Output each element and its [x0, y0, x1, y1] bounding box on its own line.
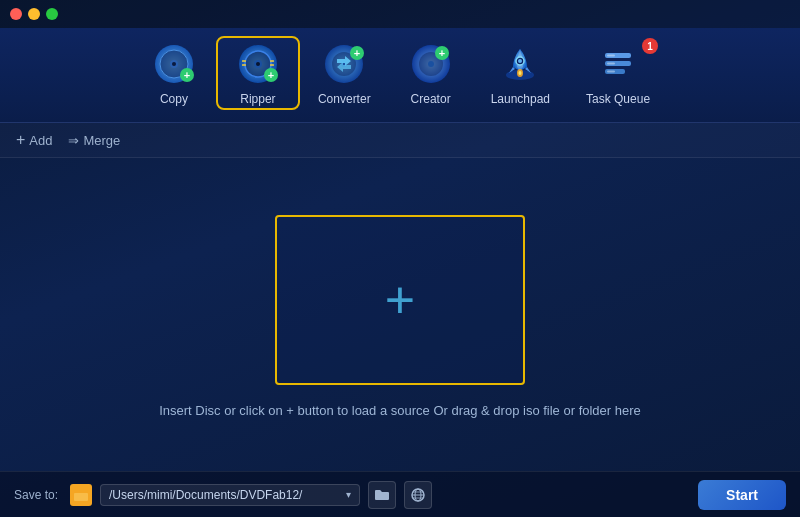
drop-hint: Insert Disc or click on + button to load… [159, 403, 641, 418]
add-label: Add [29, 133, 52, 148]
svg-text:+: + [184, 69, 190, 81]
converter-icon-wrapper: + [320, 40, 368, 88]
save-to-label: Save to: [14, 488, 58, 502]
svg-rect-36 [607, 71, 615, 73]
svg-text:+: + [438, 47, 444, 59]
path-text: /Users/mimi/Documents/DVDFab12/ [109, 488, 302, 502]
browse-folder-icon [374, 488, 390, 502]
converter-label: Converter [318, 92, 371, 106]
svg-point-9 [256, 62, 260, 66]
maximize-button[interactable] [46, 8, 58, 20]
nav-item-launchpad[interactable]: Launchpad [473, 36, 568, 110]
svg-rect-13 [270, 64, 274, 66]
svg-point-28 [518, 59, 522, 63]
taskqueue-badge: 1 [642, 38, 658, 54]
ripper-icon-wrapper: + [234, 40, 282, 88]
svg-rect-11 [242, 64, 246, 66]
creator-icon-wrapper: + [407, 40, 455, 88]
main-content: + Insert Disc or click on + button to lo… [0, 158, 800, 475]
bottom-bar: Save to: /Users/mimi/Documents/DVDFab12/… [0, 471, 800, 517]
svg-rect-35 [607, 63, 615, 65]
nav-item-converter[interactable]: + Converter [300, 36, 389, 110]
svg-point-30 [519, 71, 522, 75]
chevron-down-icon: ▾ [346, 489, 351, 500]
merge-icon: ⇒ [68, 133, 79, 148]
creator-icon: + [410, 43, 452, 85]
taskqueue-icon [597, 43, 639, 85]
browse-folder-button[interactable] [368, 481, 396, 509]
nav-item-copy[interactable]: + Copy [132, 36, 216, 110]
copy-icon: + [153, 43, 195, 85]
launchpad-label: Launchpad [491, 92, 550, 106]
start-button[interactable]: Start [698, 480, 786, 510]
title-bar [0, 0, 800, 28]
nav-item-creator[interactable]: + Creator [389, 36, 473, 110]
copy-icon-wrapper: + [150, 40, 198, 88]
merge-label: Merge [83, 133, 120, 148]
folder-icon [70, 484, 92, 506]
creator-label: Creator [411, 92, 451, 106]
folder-svg [73, 488, 89, 502]
taskqueue-icon-wrapper [594, 40, 642, 88]
svg-text:+: + [354, 47, 360, 59]
drop-zone[interactable]: + [275, 215, 525, 385]
add-button[interactable]: + Add [16, 131, 52, 149]
nav-item-ripper[interactable]: + Ripper [216, 36, 300, 110]
minimize-button[interactable] [28, 8, 40, 20]
globe-button[interactable] [404, 481, 432, 509]
svg-rect-37 [74, 493, 88, 501]
converter-icon: + [323, 43, 365, 85]
action-toolbar: + Add ⇒ Merge [0, 123, 800, 158]
drop-zone-plus-icon: + [385, 274, 415, 326]
path-field[interactable]: /Users/mimi/Documents/DVDFab12/ ▾ [100, 484, 360, 506]
launchpad-icon [499, 43, 541, 85]
traffic-lights [10, 8, 58, 20]
nav-toolbar: + Copy [0, 28, 800, 123]
ripper-icon: + [237, 43, 279, 85]
svg-point-23 [428, 61, 434, 67]
svg-rect-10 [242, 60, 246, 62]
taskqueue-label: Task Queue [586, 92, 650, 106]
merge-button[interactable]: ⇒ Merge [68, 133, 120, 148]
svg-rect-34 [607, 55, 615, 57]
svg-rect-12 [270, 60, 274, 62]
globe-icon [410, 487, 426, 503]
copy-label: Copy [160, 92, 188, 106]
add-icon: + [16, 131, 25, 149]
close-button[interactable] [10, 8, 22, 20]
svg-point-3 [172, 62, 176, 66]
ripper-label: Ripper [240, 92, 275, 106]
svg-text:+: + [268, 69, 274, 81]
nav-item-taskqueue[interactable]: 1 Task Queue [568, 36, 668, 110]
launchpad-icon-wrapper [496, 40, 544, 88]
